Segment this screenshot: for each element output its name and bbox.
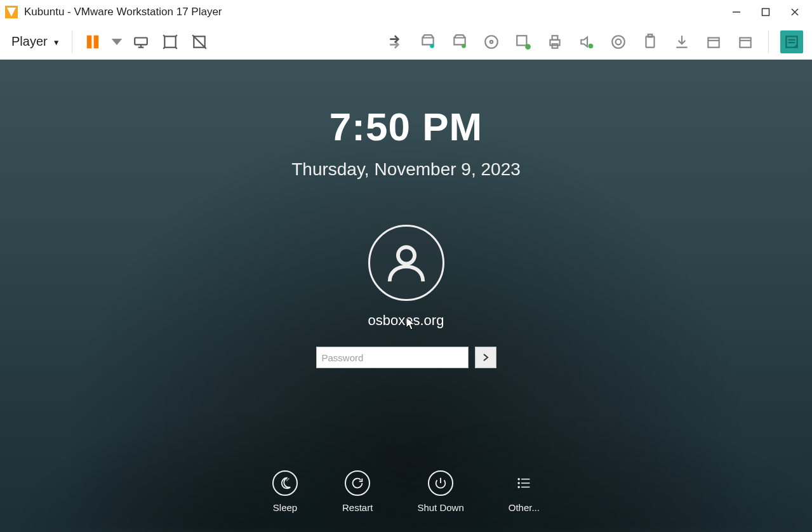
user-avatar[interactable] <box>368 225 444 301</box>
svg-point-22 <box>616 39 622 44</box>
svg-rect-8 <box>164 36 175 47</box>
power-icon <box>428 470 453 496</box>
printer-icon[interactable] <box>543 30 566 53</box>
svg-point-39 <box>519 486 520 488</box>
guest-screen[interactable]: 7:50 PM Thursday, November 9, 2023 osbox… <box>0 60 812 532</box>
close-button[interactable] <box>780 0 809 24</box>
restart-icon <box>345 470 370 496</box>
send-ctrl-alt-del-button[interactable] <box>130 30 152 53</box>
clock-block: 7:50 PM Thursday, November 9, 2023 <box>0 104 812 180</box>
svg-point-14 <box>490 40 493 43</box>
svg-rect-15 <box>517 36 526 45</box>
maximize-button[interactable] <box>751 0 780 24</box>
shutdown-label: Shut Down <box>417 502 463 513</box>
toolbar-separator <box>768 30 769 53</box>
login-submit-button[interactable] <box>475 347 496 368</box>
svg-rect-5 <box>87 36 91 48</box>
usb-icon[interactable] <box>639 30 662 53</box>
svg-rect-25 <box>708 37 719 47</box>
sound-icon[interactable] <box>575 30 598 53</box>
svg-rect-18 <box>552 36 558 40</box>
svg-point-37 <box>519 482 520 484</box>
svg-point-32 <box>397 247 414 263</box>
svg-text:z: z <box>288 477 290 481</box>
svg-rect-6 <box>94 36 98 48</box>
login-block: osboxes.org <box>0 225 812 368</box>
toolbar-separator <box>72 30 72 53</box>
svg-point-35 <box>519 479 520 480</box>
vmware-toolbar: Player ▼ <box>0 24 812 60</box>
chevron-down-icon: ▼ <box>53 37 60 47</box>
camera-disc-icon[interactable] <box>607 30 630 53</box>
notes-button[interactable] <box>780 30 803 53</box>
svg-point-20 <box>589 43 594 48</box>
clock-time: 7:50 PM <box>0 104 812 149</box>
unity-mode-button[interactable] <box>188 30 211 53</box>
restart-button[interactable]: Restart <box>342 470 373 513</box>
username-label: osboxes.org <box>368 312 444 329</box>
sleep-button[interactable]: zz Sleep <box>272 470 298 513</box>
box-1-icon[interactable] <box>702 30 725 53</box>
svg-point-11 <box>430 44 434 48</box>
power-dropdown[interactable] <box>110 30 123 53</box>
password-input[interactable] <box>316 347 469 368</box>
svg-rect-27 <box>740 37 750 47</box>
hard-disk-1-icon[interactable] <box>416 30 439 53</box>
svg-point-16 <box>525 44 531 50</box>
shutdown-button[interactable]: Shut Down <box>417 470 463 513</box>
other-label: Other... <box>509 502 540 513</box>
svg-point-21 <box>612 36 625 48</box>
box-2-icon[interactable] <box>734 30 757 53</box>
vmware-app-icon <box>4 4 19 20</box>
svg-point-13 <box>485 36 498 48</box>
svg-point-12 <box>462 44 466 48</box>
sleep-label: Sleep <box>273 502 297 513</box>
fullscreen-button[interactable] <box>159 30 182 53</box>
window-title: Kubuntu - VMware Workstation 17 Player <box>24 6 222 18</box>
player-menu[interactable]: Player ▼ <box>6 32 65 51</box>
download-tools-icon[interactable] <box>670 30 693 53</box>
svg-rect-23 <box>646 36 655 47</box>
hard-disk-2-icon[interactable] <box>448 30 471 53</box>
moon-icon: zz <box>272 470 298 496</box>
other-sessions-button[interactable]: Other... <box>509 470 540 513</box>
transfer-icon[interactable] <box>385 30 408 53</box>
minimize-button[interactable] <box>722 0 751 24</box>
list-icon <box>511 470 536 496</box>
restart-label: Restart <box>342 502 373 513</box>
pause-vm-button[interactable] <box>81 30 104 53</box>
clock-date: Thursday, November 9, 2023 <box>0 159 812 180</box>
svg-rect-7 <box>135 37 147 44</box>
svg-rect-2 <box>762 9 769 16</box>
player-menu-label: Player <box>11 34 48 49</box>
network-adapter-icon[interactable] <box>512 30 535 53</box>
window-titlebar: Kubuntu - VMware Workstation 17 Player <box>0 0 812 24</box>
power-options: zz Sleep Restart Shut Down O <box>0 470 812 513</box>
cd-dvd-icon[interactable] <box>480 30 503 53</box>
